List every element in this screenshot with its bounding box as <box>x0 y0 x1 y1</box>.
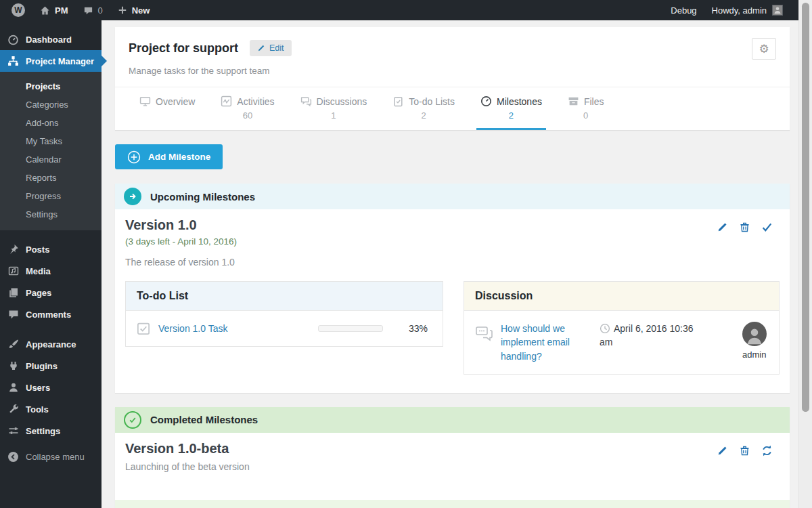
add-milestone-button[interactable]: Add Milestone <box>115 144 223 169</box>
section-title: Upcoming Milestones <box>150 191 255 203</box>
account-menu[interactable]: Howdy, admin <box>704 0 790 20</box>
discussion-topic-link[interactable]: How should we implement email handling? <box>501 322 585 363</box>
edit-milestone-icon[interactable] <box>717 221 728 233</box>
milestone-due-date: (3 days left - April 10, 2016) <box>125 236 780 247</box>
sidebar-item-label: Appearance <box>26 339 76 350</box>
tab-files[interactable]: Files 0 <box>564 96 608 130</box>
milestone-title: Version 1.0-beta <box>125 441 229 457</box>
admin-bar-right: Debug Howdy, admin <box>663 0 812 20</box>
sidebar-item-label: Dashboard <box>26 35 72 45</box>
new-label: New <box>132 5 150 16</box>
tab-overview[interactable]: Overview <box>135 96 199 130</box>
sidebar-item-label: Tools <box>26 404 49 415</box>
tab-discussions[interactable]: Discussions 1 <box>296 96 371 130</box>
new-content-button[interactable]: New <box>110 0 158 20</box>
discussion-item-row: How should we implement email handling? … <box>464 311 779 374</box>
comment-bubble-icon <box>83 5 93 16</box>
delete-milestone-icon[interactable] <box>739 445 750 457</box>
project-header-panel: Project for support Edit ⚙ Manage tasks … <box>115 27 790 130</box>
upcoming-milestones-header: Upcoming Milestones <box>115 184 790 209</box>
sidebar-item-plugins[interactable]: Plugins <box>0 355 102 377</box>
sidebar-item-label: Pages <box>26 288 51 298</box>
wordpress-menu-button[interactable]: W <box>4 0 32 20</box>
user-icon <box>7 382 20 393</box>
submenu-item-progress[interactable]: Progress <box>0 187 102 205</box>
sidebar-item-label: Media <box>26 266 51 276</box>
milestone-cards: To-do List Version 1.0 Task 33% Di <box>125 281 780 393</box>
project-title: Project for support <box>129 41 238 56</box>
sidebar-item-media[interactable]: Media <box>0 260 102 282</box>
submenu-item-categories[interactable]: Categories <box>0 96 102 114</box>
collapse-arrow-icon <box>7 451 20 463</box>
activity-chart-icon <box>221 96 232 107</box>
submenu-item-addons[interactable]: Add-ons <box>0 114 102 132</box>
sidebar-item-posts[interactable]: Posts <box>0 238 102 260</box>
tab-label: To-do Lists <box>409 96 455 107</box>
sidebar-item-tools[interactable]: Tools <box>0 398 102 420</box>
debug-menu[interactable]: Debug <box>663 0 704 20</box>
tab-label: Milestones <box>497 96 542 107</box>
restore-milestone-icon[interactable] <box>761 445 773 457</box>
discussion-card-title: Discussion <box>464 282 779 311</box>
site-link[interactable]: PM <box>32 0 76 20</box>
submenu-item-my-tasks[interactable]: My Tasks <box>0 132 102 150</box>
tab-count: 2 <box>509 110 514 121</box>
milestone-title: Version 1.0 <box>125 217 197 233</box>
chat-bubbles-icon <box>300 96 312 107</box>
next-card-cutoff <box>115 500 790 508</box>
add-milestone-label: Add Milestone <box>148 152 210 162</box>
completed-milestone-body: Version 1.0-beta Launching of the beta v… <box>115 433 790 508</box>
tab-count: 60 <box>243 110 252 121</box>
edit-project-button[interactable]: Edit <box>250 40 292 56</box>
sidebar-item-comments[interactable]: Comments <box>0 303 102 325</box>
tab-todo-lists[interactable]: To-do Lists 2 <box>388 96 459 130</box>
collapse-menu-button[interactable]: Collapse menu <box>0 446 102 467</box>
media-icon <box>7 266 20 276</box>
checkbox-icon[interactable] <box>137 322 150 335</box>
edit-milestone-icon[interactable] <box>717 445 728 457</box>
sidebar-item-users[interactable]: Users <box>0 377 102 398</box>
sidebar-item-label: Posts <box>26 245 49 255</box>
submenu-item-calendar[interactable]: Calendar <box>0 150 102 169</box>
tab-activities[interactable]: Activities 60 <box>217 96 278 130</box>
author-avatar <box>742 322 767 346</box>
milestone-actions <box>717 217 780 233</box>
comments-shortcut[interactable]: 0 <box>76 0 110 20</box>
project-manager-icon <box>7 56 20 67</box>
sidebar-item-label: Project Manager <box>26 56 94 66</box>
sidebar-item-label: Comments <box>26 310 71 320</box>
edit-label: Edit <box>269 43 284 53</box>
tab-count: 0 <box>583 110 588 121</box>
delete-milestone-icon[interactable] <box>739 221 750 233</box>
submenu-item-settings[interactable]: Settings <box>0 205 102 224</box>
page-scrollbar[interactable] <box>798 0 812 508</box>
howdy-label: Howdy, admin <box>712 5 767 16</box>
complete-milestone-icon[interactable] <box>761 221 773 233</box>
sidebar-item-dashboard[interactable]: Dashboard <box>0 28 102 50</box>
todo-list-card: To-do List Version 1.0 Task 33% <box>125 281 443 347</box>
completed-milestones-header: Completed Milestones <box>115 407 790 433</box>
project-header: Project for support Edit ⚙ Manage tasks … <box>115 27 790 87</box>
sidebar-item-pages[interactable]: Pages <box>0 282 102 303</box>
clipboard-icon <box>392 96 404 107</box>
tab-label: Overview <box>156 96 195 107</box>
sidebar-item-appearance[interactable]: Appearance <box>0 333 102 355</box>
tab-milestones[interactable]: Milestones 2 <box>476 96 546 130</box>
clock-icon <box>600 323 610 334</box>
wordpress-logo-icon: W <box>12 3 25 17</box>
pencil-icon <box>257 44 265 52</box>
milestone-actions <box>717 441 780 457</box>
submenu-item-reports[interactable]: Reports <box>0 169 102 187</box>
todo-task-link[interactable]: Version 1.0 Task <box>158 323 227 334</box>
sidebar-item-project-manager[interactable]: Project Manager <box>0 50 102 72</box>
monitor-icon <box>139 96 151 107</box>
submenu-item-projects[interactable]: Projects <box>0 77 102 96</box>
tab-count: 2 <box>422 110 426 121</box>
milestone-description: The release of version 1.0 <box>125 257 780 268</box>
project-settings-button[interactable]: ⚙ <box>752 38 776 60</box>
check-circle-icon <box>124 411 141 429</box>
scrollbar-thumb[interactable] <box>802 3 809 412</box>
debug-label: Debug <box>671 5 696 16</box>
wrench-icon <box>7 404 20 415</box>
sidebar-item-settings[interactable]: Settings <box>0 420 102 442</box>
